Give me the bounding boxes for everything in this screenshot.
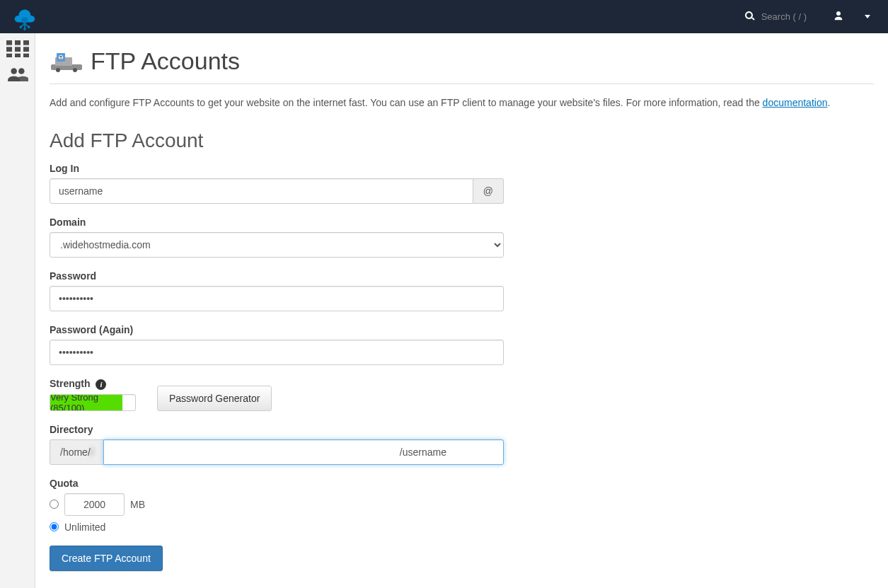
svg-rect-12 bbox=[15, 54, 21, 57]
user-icon bbox=[834, 11, 843, 23]
login-label: Log In bbox=[50, 163, 504, 174]
svg-rect-7 bbox=[23, 40, 29, 45]
ftp-icon bbox=[50, 50, 83, 73]
top-header: Search ( / ) bbox=[0, 0, 888, 33]
quota-label: Quota bbox=[50, 478, 504, 489]
login-input[interactable] bbox=[50, 178, 473, 204]
documentation-link[interactable]: documentation bbox=[763, 97, 828, 108]
quota-unlimited-label: Unlimited bbox=[64, 521, 105, 533]
user-menu[interactable] bbox=[826, 11, 877, 23]
quota-fixed-radio[interactable] bbox=[50, 500, 59, 509]
page-title: FTP Accounts bbox=[91, 47, 240, 75]
domain-label: Domain bbox=[50, 217, 504, 228]
users-icon[interactable] bbox=[6, 67, 29, 82]
svg-rect-13 bbox=[23, 54, 29, 57]
page-title-row: FTP Accounts bbox=[50, 47, 874, 84]
password-generator-button[interactable]: Password Generator bbox=[157, 386, 272, 411]
add-ftp-title: Add FTP Account bbox=[50, 129, 874, 152]
search-icon[interactable] bbox=[744, 10, 756, 24]
strength-group: Strength i Very Strong (85/100) Password… bbox=[50, 378, 686, 411]
svg-point-21 bbox=[73, 68, 77, 72]
quota-group: Quota MB Unlimited bbox=[50, 478, 504, 533]
svg-point-20 bbox=[56, 68, 60, 72]
svg-point-15 bbox=[18, 68, 25, 74]
info-icon[interactable]: i bbox=[96, 379, 106, 390]
svg-rect-10 bbox=[23, 47, 29, 52]
caret-down-icon bbox=[865, 15, 870, 18]
header-right: Search ( / ) bbox=[744, 10, 877, 24]
password-label: Password bbox=[50, 270, 504, 282]
password-again-label: Password (Again) bbox=[50, 324, 504, 335]
password-again-group: Password (Again) bbox=[50, 324, 504, 365]
cloud-logo-icon bbox=[11, 4, 38, 30]
strength-bar: Very Strong (85/100) bbox=[50, 394, 136, 411]
directory-group: Directory /home// bbox=[50, 424, 504, 465]
page-description: Add and configure FTP Accounts to get yo… bbox=[50, 97, 874, 108]
directory-input[interactable] bbox=[103, 439, 504, 465]
search-input-placeholder[interactable]: Search ( / ) bbox=[761, 11, 807, 22]
directory-label: Directory bbox=[50, 424, 504, 435]
grid-icon[interactable] bbox=[6, 40, 29, 56]
domain-select[interactable]: .widehostmedia.com bbox=[50, 232, 504, 258]
svg-point-2 bbox=[23, 28, 26, 30]
domain-group: Domain .widehostmedia.com bbox=[50, 217, 504, 258]
at-addon: @ bbox=[473, 178, 504, 204]
sidebar bbox=[0, 33, 35, 588]
create-ftp-button[interactable]: Create FTP Account bbox=[50, 546, 163, 571]
login-group: Log In @ bbox=[50, 163, 504, 204]
svg-rect-11 bbox=[6, 54, 12, 57]
main-content: FTP Accounts Add and configure FTP Accou… bbox=[35, 33, 888, 588]
directory-prefix: /home// bbox=[50, 439, 103, 465]
password-again-input[interactable] bbox=[50, 340, 504, 365]
password-input[interactable] bbox=[50, 286, 504, 311]
svg-point-14 bbox=[11, 68, 17, 74]
svg-rect-8 bbox=[6, 47, 12, 52]
quota-unit: MB bbox=[130, 499, 145, 510]
description-prefix: Add and configure FTP Accounts to get yo… bbox=[50, 97, 763, 108]
svg-rect-5 bbox=[6, 40, 12, 45]
quota-value-input[interactable] bbox=[64, 493, 125, 516]
body-wrapper: FTP Accounts Add and configure FTP Accou… bbox=[0, 33, 888, 588]
svg-point-0 bbox=[21, 17, 28, 24]
svg-rect-6 bbox=[15, 40, 21, 45]
description-suffix: . bbox=[827, 97, 830, 108]
strength-label: Strength i bbox=[50, 378, 136, 390]
password-group: Password bbox=[50, 270, 504, 311]
logo[interactable] bbox=[11, 0, 46, 33]
svg-rect-9 bbox=[15, 47, 21, 52]
quota-unlimited-radio[interactable] bbox=[50, 522, 59, 531]
strength-fill: Very Strong (85/100) bbox=[50, 395, 122, 410]
